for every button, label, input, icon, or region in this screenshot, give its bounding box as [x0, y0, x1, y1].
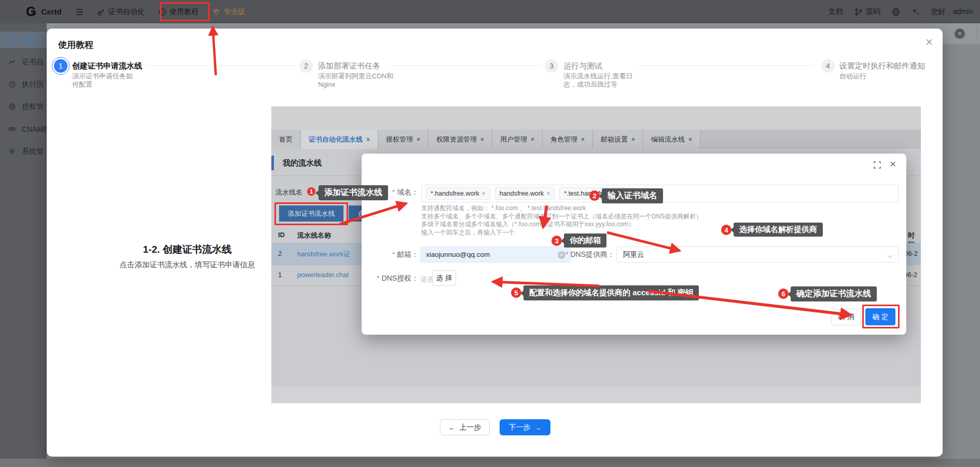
row-id: 2: [278, 250, 282, 257]
dns-provider-select[interactable]: 阿里云: [616, 246, 899, 263]
step-3-desc: 演示流水线运行,查看日志，成功后跳过等: [563, 72, 640, 89]
link-icon: [8, 125, 17, 133]
demo-tab-perm[interactable]: 权限资源管理×: [429, 130, 492, 149]
tag-close-icon[interactable]: ×: [482, 190, 486, 197]
tab-close-icon[interactable]: ×: [480, 136, 484, 143]
target-icon: [8, 103, 17, 111]
annotation-badge-2: 2: [589, 190, 600, 201]
panel-accent-bar: [271, 156, 274, 170]
annotation-tip-5: 配置和选择你的域名提供商的 accessid 和 密钥: [523, 285, 699, 300]
tag-close-icon[interactable]: ×: [546, 190, 550, 197]
step-1-title: 创建证书申请流水线: [72, 61, 142, 71]
home-icon: [8, 36, 17, 44]
demo-tab-home[interactable]: 首页: [271, 130, 301, 149]
annotation-tip-4: 选择你域名解析提供商: [734, 223, 823, 237]
demo-footer-strip: [271, 387, 921, 403]
arrow-left-icon: ←: [449, 423, 456, 432]
step-3-title: 运行与测试: [563, 61, 602, 71]
demo-tab-roles[interactable]: 角色管理×: [543, 130, 593, 149]
sidebar-item-cname[interactable]: CNAME: [0, 121, 47, 138]
row-pipeline-link[interactable]: powerleader.chat: [297, 271, 349, 279]
demo-tab-email[interactable]: 邮箱设置×: [593, 130, 643, 149]
tutorial-modal: 使用教程 × 1 创建证书申请流水线 演示证书申请任务如何配置 2 添加部署证书…: [47, 29, 943, 457]
nav-docs-link[interactable]: 文档: [829, 7, 843, 17]
demo-tab-users[interactable]: 用户管理×: [492, 130, 543, 149]
sidebar-item-system[interactable]: 系统管: [0, 143, 47, 160]
highlight-box-add-button: [274, 202, 348, 225]
tutorial-modal-title: 使用教程: [58, 39, 93, 51]
tabs-overflow-close-icon[interactable]: ×: [955, 29, 965, 39]
tab-close-icon[interactable]: ×: [417, 136, 420, 143]
strip-divider: [977, 26, 977, 41]
top-navbar: Ǥ Certd 证书自动化 ? 使用教程 专业版 文档: [0, 0, 980, 23]
cancel-button[interactable]: 取 消: [831, 309, 861, 325]
col-header-id: ID: [278, 231, 285, 239]
sidebar-item-home[interactable]: 首页: [0, 32, 47, 48]
menu-cert-automation[interactable]: 证书自动化: [97, 7, 145, 17]
demo-tab-bar: 首页 证书自动化流水线× 授权管理× 权限资源管理× 用户管理× 角色管理× 邮…: [271, 130, 921, 149]
fullscreen-icon[interactable]: [873, 161, 881, 171]
step-4-title: 设置定时执行和邮件通知: [839, 61, 925, 71]
step-4-indicator: 4: [821, 59, 835, 73]
demo-tab-auth[interactable]: 授权管理×: [378, 130, 429, 149]
sparkles-icon[interactable]: [912, 8, 920, 16]
dns-provider-label: DNS提供商：: [558, 250, 615, 259]
demo-tab-pipeline[interactable]: 证书自动化流水线×: [301, 130, 378, 149]
tab-close-icon[interactable]: ×: [631, 136, 635, 143]
collapse-menu-icon[interactable]: [75, 8, 84, 16]
tab-close-icon[interactable]: ×: [688, 136, 692, 143]
domain-help-text: 支持通配符域名，例如： *.foo.com 、 *.test.handsfree…: [421, 204, 702, 237]
chevron-down-icon: [888, 253, 893, 258]
step-1-indicator: 1: [54, 59, 67, 73]
section-desc: 点击添加证书流水线，填写证书申请信息: [91, 260, 283, 270]
bottom-band: [0, 459, 980, 467]
sidebar: 首页 证书自 执行历 授权管 CNAME 系统管: [0, 23, 47, 467]
tab-close-icon[interactable]: ×: [531, 136, 534, 143]
step-2-indicator: 2: [299, 59, 313, 73]
dns-auth-choose-button[interactable]: 选 择: [432, 270, 456, 286]
app-brand[interactable]: Ǥ Certd: [26, 5, 62, 18]
brand-name: Certd: [41, 7, 61, 16]
dialog-close-icon[interactable]: ×: [890, 158, 896, 170]
step-connector: [389, 65, 542, 66]
step-connector: [145, 65, 297, 66]
nav-source-link[interactable]: 源码: [854, 7, 880, 17]
highlight-box-tutorial-menu: [160, 2, 210, 21]
annotation-tip-6: 确定添加证书流水线: [791, 286, 877, 301]
email-input[interactable]: xiaojunnuo@qq.com ×: [420, 246, 571, 263]
annotation-tip-1: 添加证书流水线: [319, 185, 388, 200]
user-greeting[interactable]: 您好，admin: [931, 7, 973, 17]
annotation-badge-3: 3: [551, 236, 562, 246]
prev-step-button[interactable]: ← 上一步: [440, 419, 490, 435]
tab-close-icon[interactable]: ×: [366, 136, 370, 143]
email-label: 邮箱：: [362, 250, 419, 259]
annotation-badge-1: 1: [307, 187, 315, 196]
sidebar-item-cert[interactable]: 证书自: [0, 54, 47, 71]
step-2-desc: 演示部署到阿里云CDN和Nginx: [318, 72, 398, 89]
panel-title: 我的流水线: [283, 158, 322, 168]
sidebar-item-history[interactable]: 执行历: [0, 76, 47, 93]
section-title: 1-2. 创建证书流水线: [99, 243, 275, 256]
tab-close-icon[interactable]: ×: [581, 136, 585, 143]
dns-auth-label: DNS授权：: [362, 274, 419, 283]
sidebar-item-auth[interactable]: 授权管: [0, 99, 47, 115]
chart-icon: [8, 58, 17, 66]
menu-pro-edition[interactable]: 专业版: [212, 7, 245, 17]
tutorial-close-icon[interactable]: ×: [922, 35, 936, 49]
domain-tag: *.handsfree.work×: [426, 187, 490, 200]
certd-logo-icon: Ǥ: [26, 5, 36, 18]
annotation-badge-6: 6: [778, 289, 789, 299]
diamond-icon: [212, 8, 220, 16]
step-1-desc: 演示证书申请任务如何配置: [72, 72, 137, 89]
add-pipeline-dialog: × 域名： *.handsfree.work× handsfree.work× …: [362, 154, 906, 335]
demo-tab-edit[interactable]: 编辑流水线×: [643, 130, 700, 149]
filter-label: 流水线名: [275, 188, 302, 197]
row-pipeline-link[interactable]: handsfree.work证: [297, 250, 350, 259]
step-connector: [638, 65, 815, 66]
step-4-desc: 自动运行: [839, 72, 933, 80]
key-icon: [97, 8, 105, 16]
annotation-tip-2: 输入证书域名: [602, 188, 663, 203]
globe-icon[interactable]: [892, 8, 900, 16]
gear-icon: [8, 147, 17, 156]
next-step-button[interactable]: 下一步 →: [500, 419, 550, 435]
